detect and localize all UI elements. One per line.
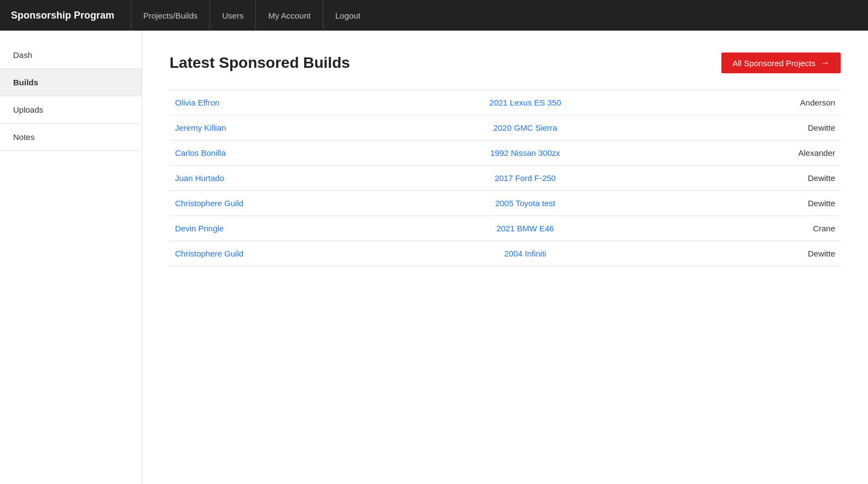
build-sponsor: Anderson	[660, 90, 841, 115]
table-row: Devin Pringle2021 BMW E46Crane	[170, 216, 841, 241]
all-projects-label: All Sponsored Projects	[732, 59, 815, 68]
main-content: Latest Sponsored Builds All Sponsored Pr…	[142, 31, 868, 484]
build-vehicle: 2021 Lexus ES 350	[391, 90, 660, 115]
build-person: Juan Hurtado	[170, 166, 391, 191]
build-sponsor: Dewitte	[660, 115, 841, 141]
nav-links: Projects/Builds Users My Account Logout	[131, 0, 372, 31]
build-sponsor: Dewitte	[660, 241, 841, 266]
nav-my-account[interactable]: My Account	[255, 0, 323, 31]
table-row: Carlos Bonilla1992 Nissan 300zxAlexander	[170, 141, 841, 166]
build-sponsor: Dewitte	[660, 166, 841, 191]
page-layout: Dash Builds Uploads Notes Latest Sponsor…	[0, 31, 868, 484]
build-sponsor: Crane	[660, 216, 841, 241]
sidebar-item-uploads[interactable]: Uploads	[0, 96, 142, 124]
nav-logout[interactable]: Logout	[323, 0, 372, 31]
table-row: Jeremy Killian2020 GMC SierraDewitte	[170, 115, 841, 141]
build-vehicle: 2020 GMC Sierra	[391, 115, 660, 141]
vehicle-link[interactable]: 2004 Infiniti	[504, 249, 546, 258]
build-person: Devin Pringle	[170, 216, 391, 241]
build-person: Carlos Bonilla	[170, 141, 391, 166]
sidebar-item-dash[interactable]: Dash	[0, 42, 142, 69]
build-person: Olivia Effron	[170, 90, 391, 115]
build-person: Christophere Guild	[170, 241, 391, 266]
vehicle-link[interactable]: 1992 Nissan 300zx	[491, 148, 561, 158]
page-title: Latest Sponsored Builds	[170, 54, 350, 72]
content-header: Latest Sponsored Builds All Sponsored Pr…	[170, 53, 841, 73]
table-row: Juan Hurtado2017 Ford F-250Dewitte	[170, 166, 841, 191]
vehicle-link[interactable]: 2021 Lexus ES 350	[490, 98, 561, 107]
vehicle-link[interactable]: 2021 BMW E46	[497, 224, 554, 233]
navbar: Sponsorship Program Projects/Builds User…	[0, 0, 868, 31]
nav-users[interactable]: Users	[209, 0, 255, 31]
person-link[interactable]: Devin Pringle	[175, 224, 224, 233]
builds-table: Olivia Effron2021 Lexus ES 350AndersonJe…	[170, 90, 841, 266]
build-person: Christophere Guild	[170, 191, 391, 216]
vehicle-link[interactable]: 2005 Toyota test	[495, 199, 555, 208]
person-link[interactable]: Christophere Guild	[175, 199, 243, 208]
table-row: Olivia Effron2021 Lexus ES 350Anderson	[170, 90, 841, 115]
brand-title: Sponsorship Program	[11, 10, 114, 21]
person-link[interactable]: Carlos Bonilla	[175, 148, 226, 158]
table-row: Christophere Guild2005 Toyota testDewitt…	[170, 191, 841, 216]
build-person: Jeremy Killian	[170, 115, 391, 141]
sidebar-item-notes[interactable]: Notes	[0, 124, 142, 151]
sidebar: Dash Builds Uploads Notes	[0, 31, 142, 484]
person-link[interactable]: Jeremy Killian	[175, 123, 226, 132]
vehicle-link[interactable]: 2020 GMC Sierra	[493, 123, 557, 132]
build-vehicle: 2005 Toyota test	[391, 191, 660, 216]
person-link[interactable]: Olivia Effron	[175, 98, 219, 107]
sidebar-item-builds[interactable]: Builds	[0, 69, 142, 96]
person-link[interactable]: Christophere Guild	[175, 249, 243, 258]
nav-projects-builds[interactable]: Projects/Builds	[131, 0, 209, 31]
build-vehicle: 2004 Infiniti	[391, 241, 660, 266]
build-vehicle: 2021 BMW E46	[391, 216, 660, 241]
build-sponsor: Dewitte	[660, 191, 841, 216]
build-sponsor: Alexander	[660, 141, 841, 166]
arrow-icon: →	[821, 58, 830, 68]
vehicle-link[interactable]: 2017 Ford F-250	[494, 173, 556, 183]
person-link[interactable]: Juan Hurtado	[175, 173, 224, 183]
build-vehicle: 1992 Nissan 300zx	[391, 141, 660, 166]
build-vehicle: 2017 Ford F-250	[391, 166, 660, 191]
table-row: Christophere Guild2004 InfinitiDewitte	[170, 241, 841, 266]
all-sponsored-projects-button[interactable]: All Sponsored Projects →	[721, 53, 841, 73]
